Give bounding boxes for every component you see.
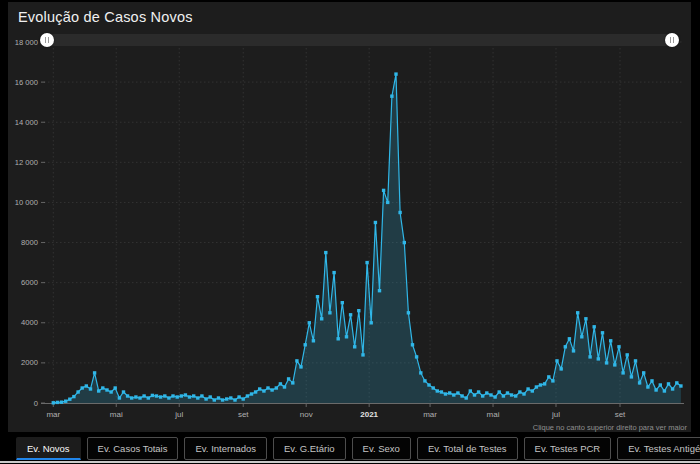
tab-ev-testes-pcr[interactable]: Ev. Testes PCR: [524, 437, 612, 460]
new-cases-area-chart[interactable]: 0200040006000800010 00012 00014 00016 00…: [0, 0, 700, 464]
svg-text:set: set: [238, 410, 249, 419]
enlarge-hint-text: Clique no canto superior direito para ve…: [533, 423, 687, 432]
svg-text:jul: jul: [174, 410, 183, 419]
svg-text:6000: 6000: [21, 278, 38, 287]
svg-text:12 000: 12 000: [15, 158, 38, 167]
tab-ev-testes-antig-nio[interactable]: Ev. Testes Antigénio: [617, 437, 700, 460]
svg-text:10 000: 10 000: [15, 198, 38, 207]
tab-ev-casos-totais[interactable]: Ev. Casos Totais: [87, 437, 179, 460]
tab-ev-total-de-testes[interactable]: Ev. Total de Testes: [417, 437, 518, 460]
svg-text:2000: 2000: [21, 358, 38, 367]
svg-text:14 000: 14 000: [15, 118, 38, 127]
svg-text:18 000: 18 000: [15, 38, 38, 47]
chart-tabbar: Ev. NovosEv. Casos TotaisEv. InternadosE…: [16, 437, 700, 460]
bottom-divider: [0, 461, 700, 463]
tab-ev-g-et-rio[interactable]: Ev. G.Etário: [273, 437, 346, 460]
svg-text:mai: mai: [487, 410, 500, 419]
svg-text:0: 0: [34, 399, 38, 408]
svg-text:2021: 2021: [360, 410, 378, 419]
page-title: Evolução de Casos Novos: [18, 9, 193, 25]
range-slider-right-handle[interactable]: [665, 33, 679, 47]
svg-text:nov: nov: [300, 410, 313, 419]
svg-text:mai: mai: [110, 410, 123, 419]
svg-text:mar: mar: [46, 410, 60, 419]
svg-text:mar: mar: [423, 410, 437, 419]
range-slider-left-handle[interactable]: [40, 33, 54, 47]
tab-ev-novos[interactable]: Ev. Novos: [16, 437, 81, 460]
tab-ev-sexo[interactable]: Ev. Sexo: [352, 437, 411, 460]
range-slider-track[interactable]: [47, 34, 675, 46]
svg-text:set: set: [615, 410, 626, 419]
svg-text:4000: 4000: [21, 318, 38, 327]
tab-ev-internados[interactable]: Ev. Internados: [184, 437, 267, 460]
svg-text:jul: jul: [551, 410, 560, 419]
svg-text:8000: 8000: [21, 238, 38, 247]
svg-text:16 000: 16 000: [15, 78, 38, 87]
